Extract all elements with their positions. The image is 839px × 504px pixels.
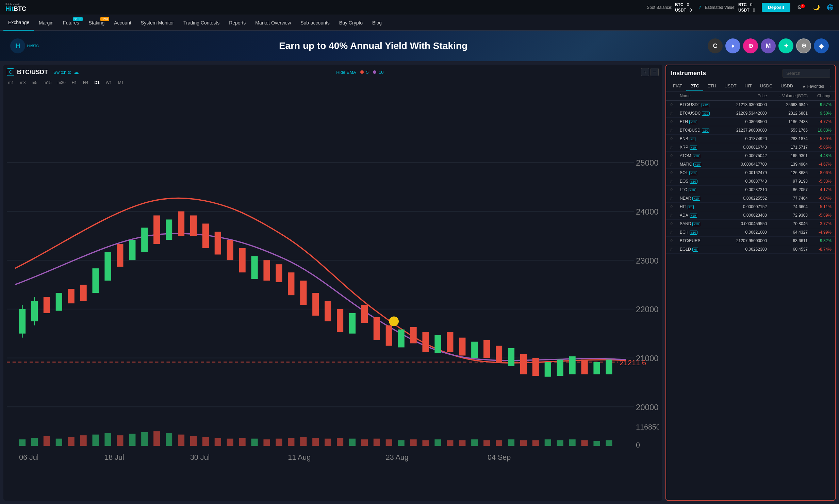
- svg-text:23 Aug: 23 Aug: [386, 453, 409, 461]
- svg-rect-43: [337, 309, 343, 332]
- tf-m1b[interactable]: M1: [117, 80, 125, 86]
- tf-m30[interactable]: m30: [56, 80, 67, 86]
- star-icon[interactable]: ☆: [670, 119, 680, 124]
- star-icon[interactable]: ☆: [670, 187, 680, 192]
- svg-rect-102: [447, 440, 453, 446]
- tf-m5[interactable]: m5: [30, 80, 39, 86]
- star-icon[interactable]: ☆: [670, 128, 680, 133]
- svg-rect-54: [471, 342, 478, 358]
- help-icon[interactable]: ?: [698, 5, 701, 10]
- table-row[interactable]: ☆ ATOMx10 0.00075042 165.9301 4.48%: [666, 152, 835, 160]
- svg-rect-77: [141, 432, 148, 446]
- tf-m3[interactable]: m3: [19, 80, 27, 86]
- deposit-button[interactable]: Deposit: [762, 3, 790, 12]
- star-icon[interactable]: ☆: [670, 213, 680, 218]
- svg-rect-65: [606, 359, 612, 374]
- ema5-dot: [360, 70, 364, 74]
- star-icon[interactable]: ☆: [670, 196, 680, 201]
- star-icon[interactable]: ☆: [670, 179, 680, 184]
- volume-value: 25663.6849: [767, 102, 808, 107]
- settings-icon[interactable]: ⚙1: [797, 4, 806, 11]
- search-input[interactable]: [783, 69, 830, 78]
- nav-reports[interactable]: Reports: [224, 15, 250, 31]
- star-icon[interactable]: ☆: [670, 111, 680, 116]
- svg-text:04 Sep: 04 Sep: [488, 453, 511, 461]
- tf-h4[interactable]: H4: [82, 80, 89, 86]
- nav-sub-accounts[interactable]: Sub-accounts: [296, 15, 334, 31]
- table-row[interactable]: ☆ ETHx10 0.08068500 1186.2433 -4.77%: [666, 118, 835, 126]
- table-row[interactable]: ☆ NEARx10 0.000225552 77.7404 -6.04%: [666, 194, 835, 203]
- tab-usdc[interactable]: USDC: [756, 81, 777, 91]
- svg-rect-104: [471, 439, 478, 446]
- nav-staking[interactable]: Staking Beta: [84, 15, 110, 31]
- table-row[interactable]: ☆ BTC/EURS 21207.95000000 63.6611 9.32%: [666, 237, 835, 245]
- table-row[interactable]: ☆ BTC/USDTx12 21213.63000000 25663.6849 …: [666, 101, 835, 109]
- table-row[interactable]: ☆ SANDx10 0.0000459550 70.8046 -3.77%: [666, 220, 835, 228]
- tab-fiat[interactable]: FIAT: [669, 81, 686, 91]
- tab-btc[interactable]: BTC: [686, 81, 703, 91]
- table-row[interactable]: ☆ HITx3 0.000007152 74.6604 -5.11%: [666, 203, 835, 211]
- svg-rect-87: [263, 439, 270, 446]
- tf-w1[interactable]: W1: [104, 80, 113, 86]
- svg-rect-85: [239, 438, 246, 446]
- banner-text: Earn up to 40% Annual Yield With Staking: [46, 40, 701, 51]
- theme-toggle-icon[interactable]: 🌙: [813, 4, 820, 11]
- table-row[interactable]: ☆ SOLx10 0.00162479 126.8686 -8.06%: [666, 169, 835, 177]
- svg-rect-60: [545, 362, 551, 377]
- svg-rect-20: [56, 293, 62, 311]
- nav-market-overview[interactable]: Market Overview: [250, 15, 296, 31]
- tf-d1[interactable]: D1: [93, 80, 101, 86]
- tab-usdd[interactable]: USDD: [776, 81, 797, 91]
- star-icon[interactable]: ☆: [670, 204, 680, 209]
- table-row[interactable]: ☆ BCHx10 0.00621000 64.4327 -4.99%: [666, 228, 835, 237]
- nav-futures[interactable]: Futures x100: [58, 15, 84, 31]
- hide-ema-btn[interactable]: Hide EMA: [336, 70, 356, 75]
- table-row[interactable]: ☆ MATICx10 0.0000417700 139.4904 -4.67%: [666, 160, 835, 169]
- tab-usdt[interactable]: USDT: [720, 81, 740, 91]
- nav-trading-contests[interactable]: Trading Contests: [179, 15, 224, 31]
- globe-icon[interactable]: 🌐: [827, 4, 834, 11]
- chart-zoom-in[interactable]: +: [641, 68, 649, 76]
- star-icon[interactable]: ☆: [670, 238, 680, 243]
- star-icon[interactable]: ☆: [670, 221, 680, 226]
- tf-m1[interactable]: m1: [7, 80, 15, 86]
- table-row[interactable]: ☆ XRPx10 0.000016743 171.5717 -5.05%: [666, 143, 835, 152]
- table-row[interactable]: ☆ EOSx10 0.00007748 97.9198 -5.33%: [666, 177, 835, 186]
- switch-to-icon: ☁: [73, 69, 79, 75]
- star-icon[interactable]: ☆: [670, 230, 680, 235]
- nav-buy-crypto[interactable]: Buy Crypto: [334, 15, 367, 31]
- tf-h1[interactable]: H1: [70, 80, 78, 86]
- nav-account[interactable]: Account: [109, 15, 136, 31]
- nav-margin[interactable]: Margin: [34, 15, 58, 31]
- star-icon[interactable]: ☆: [670, 162, 680, 167]
- table-row[interactable]: ☆ ADAx10 0.000023488 72.9303 -5.89%: [666, 211, 835, 220]
- table-row[interactable]: ☆ BTC/USDCx10 21209.53442000 2312.6881 9…: [666, 109, 835, 118]
- tab-eth[interactable]: ETH: [703, 81, 720, 91]
- star-icon[interactable]: ☆: [670, 247, 680, 252]
- star-icon[interactable]: ☆: [670, 136, 680, 141]
- star-icon[interactable]: ☆: [670, 170, 680, 175]
- nav-system-monitor[interactable]: System Monitor: [136, 15, 179, 31]
- tab-hit[interactable]: HIT: [741, 81, 756, 91]
- tab-favorites[interactable]: ★ Favorites ⋮: [802, 84, 832, 89]
- tf-m15[interactable]: m15: [42, 80, 53, 86]
- nav-blog[interactable]: Blog: [367, 15, 386, 31]
- nav-exchange[interactable]: Exchange: [3, 15, 34, 31]
- table-header: Name Price ↓ Volume (BTC) Change: [666, 91, 835, 101]
- coin-matic: ⊕: [743, 38, 758, 53]
- more-icon[interactable]: ⋮: [828, 84, 832, 89]
- favorites-label: Favorites: [807, 84, 824, 89]
- switch-to[interactable]: Switch to ☁: [53, 69, 79, 75]
- table-row[interactable]: ☆ BNBx5 0.01374920 283.1874 -5.39%: [666, 135, 835, 143]
- star-icon[interactable]: ☆: [670, 153, 680, 158]
- change-value: 9.57%: [808, 102, 832, 107]
- price-value: 21213.63000000: [726, 102, 767, 107]
- table-row[interactable]: ☆ EGLDx5 0.00252300 60.4537 -8.74%: [666, 245, 835, 254]
- star-icon[interactable]: ☆: [670, 145, 680, 150]
- chart-zoom-out[interactable]: −: [651, 68, 659, 76]
- svg-rect-40: [300, 281, 307, 305]
- change-value: -4.67%: [808, 162, 832, 167]
- table-row[interactable]: ☆ BTC/BUSDx10 21237.90000000 553.1766 10…: [666, 126, 835, 135]
- star-icon[interactable]: ☆: [670, 102, 680, 107]
- table-row[interactable]: ☆ LTCx10 0.00287210 86.2057 -4.17%: [666, 186, 835, 194]
